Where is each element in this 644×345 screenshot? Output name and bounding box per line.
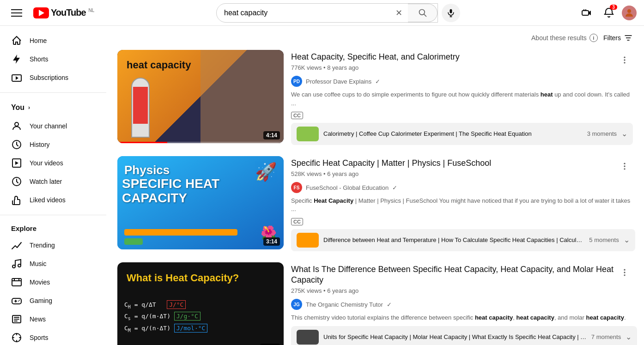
news-label: News	[30, 315, 46, 323]
chapter-label-1: Calorimetry | Coffee Cup Calorimeter Exp…	[323, 130, 583, 137]
video-title-3[interactable]: What Is The Difference Between Specific …	[291, 264, 637, 286]
sidebar-item-gaming[interactable]: Gaming	[4, 291, 103, 310]
watch-later-label: Watch later	[30, 178, 62, 185]
sidebar-item-liked-videos[interactable]: Liked videos	[4, 191, 103, 209]
search-icon	[418, 8, 427, 18]
search-input[interactable]: heat capacity	[217, 5, 389, 21]
thumbnail-1[interactable]: heat capacity 4:14	[117, 50, 284, 143]
svg-point-11	[627, 9, 631, 13]
thumbnail-3[interactable]: What is Heat Capacity? CH = q/ΔT J/°C Cs…	[117, 262, 284, 345]
youtube-play-icon	[33, 7, 49, 18]
menu-button[interactable]	[7, 4, 26, 22]
video-info-3: What Is The Difference Between Specific …	[291, 262, 637, 345]
channel-name-2[interactable]: FuseSchool - Global Education	[306, 184, 389, 191]
account-avatar[interactable]	[622, 6, 637, 20]
youtube-wordmark: YouTube	[51, 7, 86, 18]
filters-label: Filters	[603, 34, 621, 42]
clear-search-button[interactable]: ✕	[389, 4, 408, 22]
subscriptions-label: Subscriptions	[30, 74, 68, 81]
sidebar-item-subscriptions[interactable]: Subscriptions	[4, 68, 103, 87]
svg-point-34	[624, 274, 625, 276]
sidebar-item-movies[interactable]: Movies	[4, 273, 103, 291]
video-desc-3: This chemistry video tutorial explains t…	[291, 314, 637, 322]
thumb-image-3: What is Heat Capacity? CH = q/ΔT J/°C Cs…	[117, 262, 284, 345]
liked-videos-label: Liked videos	[30, 196, 66, 204]
gaming-label: Gaming	[30, 297, 52, 304]
trending-label: Trending	[30, 242, 55, 249]
sidebar-item-your-videos[interactable]: Your videos	[4, 154, 103, 172]
chapter-label-3: Units for Specific Heat Capacity | Molar…	[323, 333, 587, 340]
duration-2: 3:14	[263, 237, 280, 246]
video-title-2[interactable]: Specific Heat Capacity | Matter | Physic…	[291, 158, 635, 169]
gaming-icon	[11, 295, 22, 306]
divider-1	[0, 92, 106, 93]
video-info-1: Heat Capacity, Specific Heat, and Calori…	[291, 50, 633, 145]
thumbnail-2[interactable]: Physics SPECIFIC HEATCAPACITY 🚀 🌺 3:14	[117, 156, 284, 249]
svg-rect-1	[11, 12, 22, 13]
sports-icon	[11, 332, 22, 343]
filters-button[interactable]: Filters	[603, 33, 633, 42]
svg-point-32	[624, 269, 625, 270]
chapter-row-1[interactable]: Calorimetry | Coffee Cup Calorimeter Exp…	[291, 123, 633, 145]
duration-1: 4:14	[263, 131, 280, 139]
sidebar-item-trending[interactable]: Trending	[4, 236, 103, 254]
more-options-button-2[interactable]	[616, 158, 633, 175]
channel-row-3: JG The Organic Chemistry Tutor ✓	[291, 299, 637, 310]
channel-avatar-2: FS	[291, 182, 302, 193]
chapter-label-2: Difference between Heat and Temperature …	[323, 236, 584, 243]
voice-search-button[interactable]	[442, 4, 460, 22]
svg-point-26	[624, 57, 625, 58]
channel-name-1[interactable]: Professor Dave Explains	[306, 78, 371, 85]
main-content: About these results i Filters heat capac…	[106, 26, 644, 345]
microphone-icon	[446, 8, 456, 18]
more-vert-icon-1	[620, 55, 629, 65]
svg-point-17	[12, 265, 15, 268]
news-icon	[11, 314, 22, 325]
sidebar-item-shorts[interactable]: Shorts	[4, 50, 103, 68]
video-title-1[interactable]: Heat Capacity, Specific Heat, and Calori…	[291, 52, 633, 62]
shorts-icon	[11, 54, 22, 65]
sidebar-item-history[interactable]: History	[4, 135, 103, 154]
chapter-moments-1: 3 moments	[587, 130, 617, 137]
chapter-thumb-3	[297, 330, 319, 345]
svg-rect-19	[12, 278, 21, 286]
svg-point-29	[624, 163, 625, 164]
progress-fill-1	[117, 142, 167, 143]
more-options-button-1[interactable]	[616, 52, 633, 68]
channel-row-2: FS FuseSchool - Global Education ✓	[291, 182, 635, 193]
channel-avatar-1: PD	[291, 76, 302, 87]
you-section-header[interactable]: You ›	[4, 98, 103, 117]
create-button[interactable]	[577, 4, 596, 22]
svg-point-28	[624, 62, 625, 63]
sidebar-item-home[interactable]: Home	[4, 31, 103, 50]
cc-badge-2: CC	[291, 218, 303, 225]
about-results[interactable]: About these results i	[531, 34, 598, 42]
channel-name-3[interactable]: The Organic Chemistry Tutor	[306, 301, 383, 308]
chevron-down-icon-1: ⌄	[621, 129, 627, 138]
search-submit-button[interactable]	[408, 4, 437, 22]
explore-section-title: Explore	[0, 221, 106, 236]
youtube-logo[interactable]: YouTube NL	[33, 7, 94, 18]
sidebar-item-sports[interactable]: Sports	[4, 328, 103, 345]
sidebar-item-your-channel[interactable]: Your channel	[4, 117, 103, 135]
create-icon	[581, 7, 592, 18]
sidebar-item-news[interactable]: News	[4, 310, 103, 328]
chapter-row-3[interactable]: Units for Specific Heat Capacity | Molar…	[291, 326, 637, 345]
sidebar-item-watch-later[interactable]: Watch later	[4, 172, 103, 191]
history-icon	[11, 139, 22, 150]
svg-rect-5	[450, 9, 452, 13]
chapter-thumb-2	[297, 233, 319, 248]
sidebar-item-music[interactable]: Music	[4, 254, 103, 273]
more-options-button-3[interactable]	[616, 264, 633, 281]
chapter-row-2[interactable]: Difference between Heat and Temperature …	[291, 229, 635, 251]
trending-icon	[11, 240, 22, 251]
home-icon	[11, 35, 22, 46]
home-label: Home	[30, 37, 47, 44]
more-vert-icon-3	[620, 268, 629, 277]
svg-point-18	[18, 264, 21, 267]
your-videos-label: Your videos	[30, 159, 63, 167]
notifications-button[interactable]: 3	[600, 4, 618, 22]
country-code: NL	[89, 8, 95, 13]
video-meta-1: 776K views • 8 years ago	[291, 64, 633, 71]
svg-point-13	[15, 122, 18, 126]
